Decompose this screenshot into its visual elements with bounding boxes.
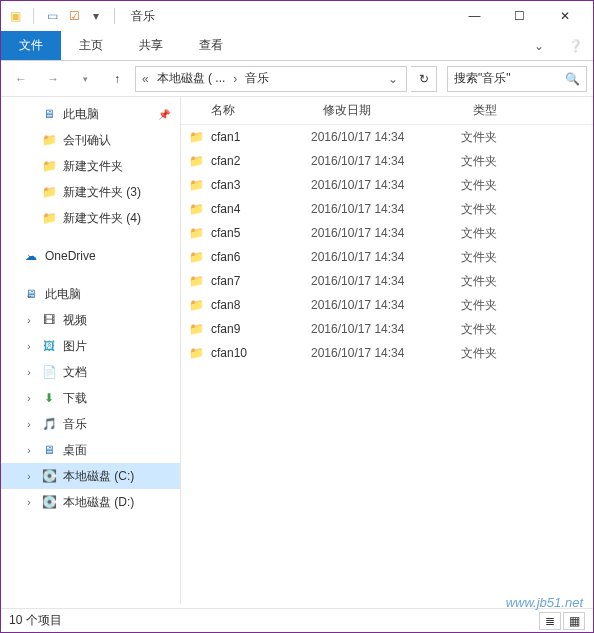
properties-icon[interactable]: ▭ xyxy=(44,8,60,24)
breadcrumb-segment[interactable]: 音乐 xyxy=(241,70,273,87)
file-row[interactable]: 📁cfan72016/10/17 14:34文件夹 xyxy=(181,269,593,293)
navigation-tree[interactable]: 🖥此电脑📌📁会刊确认📁新建文件夹📁新建文件夹 (3)📁新建文件夹 (4) › ☁… xyxy=(1,97,181,604)
file-name: cfan8 xyxy=(211,298,311,312)
recent-locations-button[interactable]: ▾ xyxy=(71,66,99,92)
tab-home[interactable]: 主页 xyxy=(61,31,121,60)
forward-button[interactable]: → xyxy=(39,66,67,92)
file-name: cfan4 xyxy=(211,202,311,216)
separator xyxy=(114,8,115,24)
tree-label: 新建文件夹 (4) xyxy=(63,210,141,227)
folder-icon: 📁 xyxy=(181,346,211,360)
file-date: 2016/10/17 14:34 xyxy=(311,250,461,264)
refresh-button[interactable]: ↻ xyxy=(411,66,437,92)
tree-pc-item[interactable]: ›🎵音乐 xyxy=(1,411,180,437)
file-row[interactable]: 📁cfan92016/10/17 14:34文件夹 xyxy=(181,317,593,341)
file-row[interactable]: 📁cfan102016/10/17 14:34文件夹 xyxy=(181,341,593,365)
address-dropdown-icon[interactable]: ⌄ xyxy=(384,72,402,86)
minimize-button[interactable]: ― xyxy=(452,2,497,30)
file-row[interactable]: 📁cfan42016/10/17 14:34文件夹 xyxy=(181,197,593,221)
column-type[interactable]: 类型 xyxy=(461,102,531,119)
folder-icon: 📁 xyxy=(181,250,211,264)
file-type: 文件夹 xyxy=(461,345,531,362)
tree-pc-item[interactable]: ›🎞视频 xyxy=(1,307,180,333)
tree-pc-item[interactable]: ›🖥桌面 xyxy=(1,437,180,463)
expand-icon[interactable]: › xyxy=(23,497,35,508)
folder-icon: 📁 xyxy=(181,178,211,192)
file-row[interactable]: 📁cfan82016/10/17 14:34文件夹 xyxy=(181,293,593,317)
tree-label: 本地磁盘 (C:) xyxy=(63,468,134,485)
tree-quick-item[interactable]: 🖥此电脑📌 xyxy=(1,101,180,127)
ribbon-tabs: 文件 主页 共享 查看 ⌄ ❔ xyxy=(1,31,593,61)
expand-icon[interactable]: › xyxy=(23,445,35,456)
tree-pc-item[interactable]: ›💽本地磁盘 (D:) xyxy=(1,489,180,515)
tab-share[interactable]: 共享 xyxy=(121,31,181,60)
expand-icon[interactable]: › xyxy=(23,419,35,430)
folder-icon: 📁 xyxy=(41,158,57,174)
tree-label: 此电脑 xyxy=(45,286,81,303)
drive-icon: 💽 xyxy=(41,494,57,510)
folder-icon: 📁 xyxy=(41,132,57,148)
tree-pc-item[interactable]: ›⬇下载 xyxy=(1,385,180,411)
ribbon-expand-button[interactable]: ⌄ xyxy=(521,31,557,60)
chevron-left-icon[interactable]: « xyxy=(140,72,151,86)
desktop-icon: 🖥 xyxy=(41,442,57,458)
tree-pc-item[interactable]: ›📄文档 xyxy=(1,359,180,385)
collapse-icon[interactable]: ⌄ xyxy=(23,289,35,300)
tree-this-pc[interactable]: ⌄ 🖥 此电脑 xyxy=(1,281,180,307)
icons-view-button[interactable]: ▦ xyxy=(563,612,585,630)
window-controls: ― ☐ ✕ xyxy=(452,2,587,30)
tab-file[interactable]: 文件 xyxy=(1,31,61,60)
tree-pc-item[interactable]: ›🖼图片 xyxy=(1,333,180,359)
expand-icon[interactable]: › xyxy=(23,341,35,352)
help-button[interactable]: ❔ xyxy=(557,31,593,60)
chevron-right-icon[interactable]: › xyxy=(231,72,239,86)
file-type: 文件夹 xyxy=(461,201,531,218)
dropdown-icon[interactable]: ▾ xyxy=(88,8,104,24)
file-row[interactable]: 📁cfan12016/10/17 14:34文件夹 xyxy=(181,125,593,149)
expand-icon[interactable]: › xyxy=(23,315,35,326)
tree-onedrive[interactable]: › ☁ OneDrive xyxy=(1,243,180,269)
tree-label: 此电脑 xyxy=(63,106,99,123)
search-icon[interactable]: 🔍 xyxy=(565,72,580,86)
checkbox-icon[interactable]: ☑ xyxy=(66,8,82,24)
expand-icon[interactable]: › xyxy=(23,393,35,404)
tree-quick-item[interactable]: 📁会刊确认 xyxy=(1,127,180,153)
watermark: www.jb51.net xyxy=(506,595,583,610)
expand-icon[interactable]: › xyxy=(23,251,35,262)
file-date: 2016/10/17 14:34 xyxy=(311,274,461,288)
tree-quick-item[interactable]: 📁新建文件夹 (4) xyxy=(1,205,180,231)
item-count: 10 个项目 xyxy=(9,612,62,629)
breadcrumb-segment[interactable]: 本地磁盘 ( ... xyxy=(153,70,230,87)
drive-icon: 💽 xyxy=(41,468,57,484)
tree-quick-item[interactable]: 📁新建文件夹 (3) xyxy=(1,179,180,205)
file-list[interactable]: 名称 修改日期 类型 📁cfan12016/10/17 14:34文件夹📁cfa… xyxy=(181,97,593,604)
tree-quick-item[interactable]: 📁新建文件夹 xyxy=(1,153,180,179)
tree-pc-item[interactable]: ›💽本地磁盘 (C:) xyxy=(1,463,180,489)
tree-label: 会刊确认 xyxy=(63,132,111,149)
file-row[interactable]: 📁cfan52016/10/17 14:34文件夹 xyxy=(181,221,593,245)
pictures-icon: 🖼 xyxy=(41,338,57,354)
details-view-button[interactable]: ≣ xyxy=(539,612,561,630)
expand-icon[interactable]: › xyxy=(23,367,35,378)
column-date[interactable]: 修改日期 xyxy=(311,102,461,119)
file-name: cfan2 xyxy=(211,154,311,168)
address-bar[interactable]: « 本地磁盘 ( ... › 音乐 ⌄ xyxy=(135,66,407,92)
window-title: 音乐 xyxy=(131,8,155,25)
file-name: cfan3 xyxy=(211,178,311,192)
column-name[interactable]: 名称 xyxy=(181,102,311,119)
tree-label: 文档 xyxy=(63,364,87,381)
tree-label: 音乐 xyxy=(63,416,87,433)
expand-icon[interactable]: › xyxy=(23,471,35,482)
file-row[interactable]: 📁cfan22016/10/17 14:34文件夹 xyxy=(181,149,593,173)
file-date: 2016/10/17 14:34 xyxy=(311,130,461,144)
tab-view[interactable]: 查看 xyxy=(181,31,241,60)
up-button[interactable]: ↑ xyxy=(103,66,131,92)
status-bar: 10 个项目 ≣ ▦ xyxy=(1,608,593,632)
search-input[interactable]: 搜索"音乐" 🔍 xyxy=(447,66,587,92)
file-date: 2016/10/17 14:34 xyxy=(311,226,461,240)
file-row[interactable]: 📁cfan32016/10/17 14:34文件夹 xyxy=(181,173,593,197)
file-row[interactable]: 📁cfan62016/10/17 14:34文件夹 xyxy=(181,245,593,269)
close-button[interactable]: ✕ xyxy=(542,2,587,30)
maximize-button[interactable]: ☐ xyxy=(497,2,542,30)
back-button[interactable]: ← xyxy=(7,66,35,92)
